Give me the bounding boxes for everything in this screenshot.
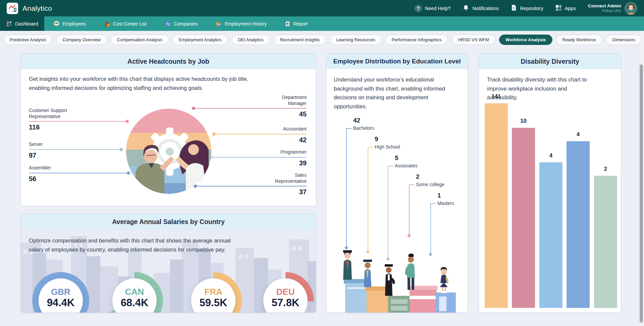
card-title: Average Annual Salaries by Country bbox=[21, 214, 316, 229]
tab-companies[interactable]: Companies bbox=[156, 16, 207, 31]
tab-cost-center-list[interactable]: $ Cost Center List bbox=[95, 16, 156, 31]
salary-value: 59.5K bbox=[200, 297, 227, 309]
need-help-button[interactable]: ? Need Help? bbox=[415, 5, 451, 12]
chart-bar[interactable] bbox=[512, 128, 535, 308]
callout-dot bbox=[127, 171, 130, 175]
tab-report[interactable]: Report bbox=[276, 16, 317, 31]
building-icon bbox=[165, 21, 171, 27]
card-education-distribution: Employee Distribution by Education Level… bbox=[326, 53, 468, 313]
country-code: CAN bbox=[125, 287, 144, 297]
filter-pill-bar: Predictive Analysis Company Overview Com… bbox=[3, 35, 642, 45]
education-value: 9 bbox=[375, 135, 378, 143]
card-description: Get insights into your workforce with th… bbox=[29, 74, 267, 92]
bell-icon bbox=[463, 4, 469, 12]
pill-recruitment-insights[interactable]: Recruitment Insights bbox=[274, 35, 326, 45]
card-description: Optimize compensation and benefits with … bbox=[29, 236, 247, 254]
education-label: Some college bbox=[416, 182, 444, 187]
repository-button[interactable]: Repository bbox=[511, 4, 543, 12]
chart-bar[interactable] bbox=[485, 103, 508, 308]
education-value: 42 bbox=[353, 117, 360, 124]
money-bag-icon: $ bbox=[104, 21, 110, 27]
pill-employment-analytics[interactable]: Employment Analytics bbox=[172, 35, 228, 45]
card-description: Understand your workforce’s educational … bbox=[334, 75, 459, 111]
scrollbar-thumb[interactable] bbox=[640, 64, 643, 323]
report-icon bbox=[285, 21, 290, 27]
tab-employees[interactable]: Employees bbox=[44, 16, 95, 31]
salary-value: 68.4K bbox=[121, 297, 149, 309]
user-org: Prithwi UKG bbox=[588, 9, 621, 13]
pill-compensation-analysis[interactable]: Compensation Analysis bbox=[111, 35, 169, 45]
pill-performance-infographics[interactable]: Performance Infographics bbox=[385, 35, 448, 45]
card-average-salaries: Average Annual Salaries by Country bbox=[20, 214, 316, 313]
education-label: Bachelors bbox=[353, 125, 374, 131]
bar-value: 2 bbox=[594, 166, 617, 172]
callout-dot bbox=[192, 107, 195, 110]
pill-hrsd-vs-wfm[interactable]: HRSD VS WFM bbox=[451, 35, 495, 45]
education-label: Masters bbox=[437, 201, 454, 206]
callout-dot bbox=[408, 234, 411, 237]
salary-value: 94.4K bbox=[47, 297, 75, 309]
user-menu[interactable]: Connect Admin Prithwi UKG bbox=[588, 2, 637, 15]
apps-grid-icon bbox=[555, 5, 562, 12]
tab-employment-history[interactable]: Employment History bbox=[207, 16, 276, 31]
card-title: Active Headcounts by Job bbox=[21, 54, 316, 69]
callout-accountant: Accountant 42 bbox=[214, 126, 307, 144]
country-code: DEU bbox=[276, 287, 295, 297]
bar-value: 141 bbox=[485, 93, 508, 100]
app-title: Analytico bbox=[22, 4, 52, 12]
pill-predictive-analysis[interactable]: Predictive Analysis bbox=[3, 35, 52, 45]
folder-search-icon bbox=[216, 21, 222, 27]
callout-customer-support: Customer Support Representative 116 bbox=[29, 108, 127, 131]
callout-assembler: Assembler 56 bbox=[29, 165, 128, 183]
chart-bar[interactable] bbox=[539, 162, 562, 308]
pill-company-overview[interactable]: Company Overview bbox=[56, 35, 107, 45]
pill-workforce-analysis[interactable]: Workforce Analysis bbox=[499, 35, 552, 45]
chart-bar[interactable] bbox=[567, 141, 590, 308]
education-value: 5 bbox=[395, 154, 398, 162]
bar-value: 10 bbox=[512, 118, 535, 124]
pill-dimensions[interactable]: Dimensions bbox=[606, 35, 642, 45]
card-active-headcounts: Active Headcounts by Job Get insights in… bbox=[20, 53, 316, 206]
help-icon: ? bbox=[415, 5, 422, 12]
callout-programmer: Programmer 39 bbox=[210, 149, 307, 167]
document-icon bbox=[511, 4, 517, 12]
app-header: Analytico ? Need Help? Notifications Rep… bbox=[0, 0, 644, 16]
card-disability-diversity: Disability Diversity Track disability di… bbox=[479, 53, 621, 313]
callout-department-manager: Department Manager 45 bbox=[194, 95, 307, 118]
bar-value: 4 bbox=[539, 152, 562, 159]
country-code: GBR bbox=[51, 287, 70, 297]
pill-ready-workforce[interactable]: Ready Workforce bbox=[556, 35, 602, 45]
dashboard-icon bbox=[6, 21, 12, 27]
callout-dot bbox=[119, 148, 123, 151]
students-illustration bbox=[336, 240, 459, 313]
callout-sales-representative: Sales Representative 37 bbox=[195, 172, 307, 196]
education-label: Associates bbox=[395, 163, 418, 168]
employees-icon bbox=[53, 20, 60, 27]
tab-dashboard[interactable]: Dashboard bbox=[0, 16, 44, 31]
headcount-illustration bbox=[126, 109, 211, 194]
education-value: 1 bbox=[437, 192, 441, 199]
country-code: FRA bbox=[204, 287, 222, 297]
education-label: High School bbox=[375, 144, 400, 150]
svg-text:$: $ bbox=[108, 24, 109, 26]
salary-value: 57.8K bbox=[272, 297, 300, 309]
user-name: Connect Admin bbox=[588, 3, 621, 9]
scrollbar-track[interactable] bbox=[639, 31, 644, 326]
tab-bar: Dashboard Employees $ Cost Center List C… bbox=[0, 16, 644, 31]
apps-button[interactable]: Apps bbox=[555, 5, 576, 12]
card-title: Disability Diversity bbox=[479, 54, 621, 69]
education-value: 2 bbox=[416, 173, 420, 180]
avatar[interactable] bbox=[625, 2, 637, 15]
notifications-button[interactable]: Notifications bbox=[463, 4, 499, 12]
app-logo-icon bbox=[7, 3, 18, 14]
callout-dot bbox=[212, 132, 216, 136]
chart-bar[interactable] bbox=[594, 176, 617, 308]
card-title: Employee Distribution by Education Level bbox=[326, 54, 468, 69]
pill-dei-analytics[interactable]: DEI Analytics bbox=[231, 35, 270, 45]
bar-value: 4 bbox=[567, 131, 590, 138]
pill-learning-resources[interactable]: Learning Resources bbox=[330, 35, 381, 45]
callout-server: Server 97 bbox=[29, 142, 121, 159]
callout-dot bbox=[125, 120, 129, 123]
